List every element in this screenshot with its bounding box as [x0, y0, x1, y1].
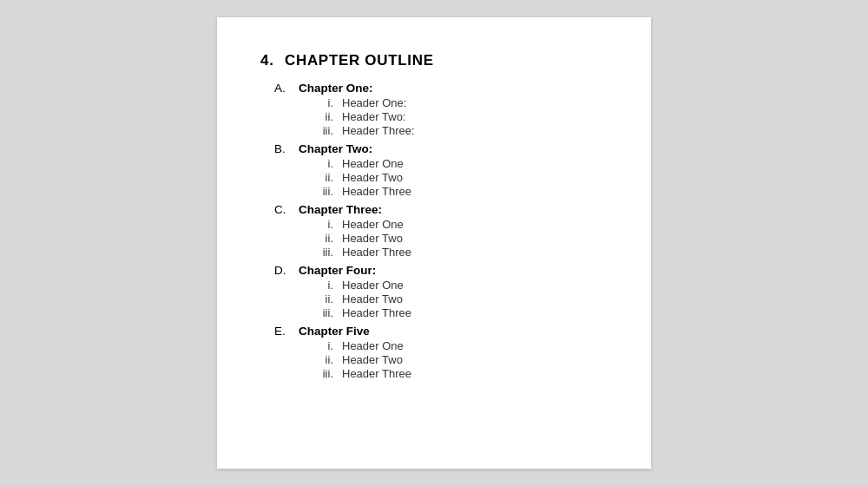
page: 4. CHAPTER OUTLINE A.Chapter One:i.Heade…	[217, 17, 651, 469]
roman-label-2-1: i.	[314, 157, 333, 170]
roman-label-4-1: i.	[314, 279, 333, 292]
title-text: CHAPTER OUTLINE	[285, 52, 434, 69]
roman-label-1-1: i.	[314, 96, 333, 109]
header-list-4: i.Header Oneii.Header Twoiii.Header Thre…	[314, 279, 608, 319]
header-text-1-2: Header Two:	[342, 110, 405, 123]
header-text-5-1: Header One	[342, 339, 404, 352]
chapter-item-5: E.Chapter Five	[274, 325, 608, 338]
chapter-label-4: D.	[274, 264, 293, 277]
header-text-4-2: Header Two	[342, 292, 403, 305]
header-item-1-2: ii.Header Two:	[314, 110, 608, 123]
header-item-1-3: iii.Header Three:	[314, 124, 608, 137]
header-text-2-2: Header Two	[342, 171, 403, 184]
chapter-item-1: A.Chapter One:	[274, 82, 608, 95]
chapter-item-4: D.Chapter Four:	[274, 264, 608, 277]
header-item-5-2: ii.Header Two	[314, 353, 608, 366]
header-item-4-3: iii.Header Three	[314, 306, 608, 319]
chapter-name-4: Chapter Four:	[299, 264, 376, 277]
header-item-2-1: i.Header One	[314, 157, 608, 170]
title-number: 4.	[260, 52, 279, 69]
header-item-3-2: ii.Header Two	[314, 232, 608, 245]
roman-label-4-2: ii.	[314, 292, 333, 305]
chapter-name-3: Chapter Three:	[299, 203, 382, 216]
chapter-name-5: Chapter Five	[299, 325, 370, 338]
chapter-name-2: Chapter Two:	[299, 142, 372, 155]
header-item-4-1: i.Header One	[314, 279, 608, 292]
roman-label-2-3: iii.	[314, 185, 333, 198]
roman-label-3-1: i.	[314, 218, 333, 231]
header-text-2-3: Header Three	[342, 185, 411, 198]
header-list-3: i.Header Oneii.Header Twoiii.Header Thre…	[314, 218, 608, 259]
roman-label-2-2: ii.	[314, 171, 333, 184]
main-title: 4. CHAPTER OUTLINE	[260, 52, 608, 69]
header-item-5-1: i.Header One	[314, 339, 608, 352]
header-item-1-1: i.Header One:	[314, 96, 608, 109]
header-item-2-3: iii.Header Three	[314, 185, 608, 198]
roman-label-3-3: iii.	[314, 246, 333, 259]
chapter-name-1: Chapter One:	[299, 82, 373, 95]
roman-label-5-1: i.	[314, 339, 333, 352]
header-list-1: i.Header One:ii.Header Two:iii.Header Th…	[314, 96, 608, 137]
header-text-3-2: Header Two	[342, 232, 403, 245]
roman-label-4-3: iii.	[314, 306, 333, 319]
chapter-label-3: C.	[274, 203, 293, 216]
header-text-1-1: Header One:	[342, 96, 406, 109]
header-text-4-3: Header Three	[342, 306, 411, 319]
chapter-item-3: C.Chapter Three:	[274, 203, 608, 216]
roman-label-5-3: iii.	[314, 367, 333, 380]
header-list-2: i.Header Oneii.Header Twoiii.Header Thre…	[314, 157, 608, 198]
header-text-3-3: Header Three	[342, 246, 411, 259]
header-text-1-3: Header Three:	[342, 124, 415, 137]
header-item-3-1: i.Header One	[314, 218, 608, 231]
header-item-5-3: iii.Header Three	[314, 367, 608, 380]
chapter-list: A.Chapter One:i.Header One:ii.Header Two…	[274, 82, 608, 380]
header-text-3-1: Header One	[342, 218, 404, 231]
header-text-2-1: Header One	[342, 157, 404, 170]
roman-label-5-2: ii.	[314, 353, 333, 366]
header-text-5-2: Header Two	[342, 353, 403, 366]
header-text-4-1: Header One	[342, 279, 404, 292]
chapter-label-5: E.	[274, 325, 293, 338]
roman-label-3-2: ii.	[314, 232, 333, 245]
header-text-5-3: Header Three	[342, 367, 411, 380]
roman-label-1-3: iii.	[314, 124, 333, 137]
header-item-2-2: ii.Header Two	[314, 171, 608, 184]
header-list-5: i.Header Oneii.Header Twoiii.Header Thre…	[314, 339, 608, 380]
header-item-3-3: iii.Header Three	[314, 246, 608, 259]
chapter-item-2: B.Chapter Two:	[274, 142, 608, 155]
chapter-label-1: A.	[274, 82, 293, 95]
header-item-4-2: ii.Header Two	[314, 292, 608, 305]
chapter-label-2: B.	[274, 142, 293, 155]
roman-label-1-2: ii.	[314, 110, 333, 123]
